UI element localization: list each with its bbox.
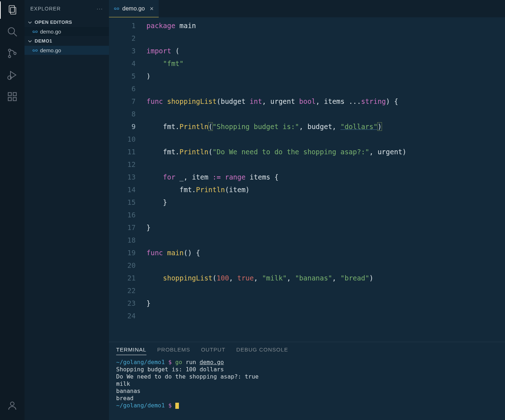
svg-rect-12 [13, 93, 17, 96]
svg-rect-11 [13, 98, 17, 101]
open-editor-item[interactable]: GO demo.go [25, 27, 109, 36]
search-icon[interactable] [6, 26, 18, 37]
tab-demo-go[interactable]: GO demo.go × [109, 0, 159, 17]
svg-line-3 [14, 33, 17, 36]
run-debug-icon[interactable] [6, 69, 18, 81]
tab-label: demo.go [122, 5, 145, 12]
sidebar-title-row: EXPLORER ··· [25, 0, 109, 17]
sidebar-explorer: EXPLORER ··· OPEN EDITORS GO demo.go DEM… [25, 0, 109, 420]
explorer-icon[interactable] [6, 4, 18, 16]
panel-tabs: TERMINAL PROBLEMS OUTPUT DEBUG CONSOLE [109, 342, 505, 357]
main-area: GO demo.go × 123456789101112131415161718… [109, 0, 505, 420]
open-editors-label: OPEN EDITORS [35, 19, 72, 25]
svg-point-4 [8, 49, 10, 51]
svg-rect-10 [8, 98, 12, 101]
svg-point-13 [10, 402, 14, 406]
tab-problems[interactable]: PROBLEMS [157, 346, 190, 355]
file-tree-item[interactable]: GO demo.go [25, 46, 109, 55]
go-file-icon: GO [114, 7, 119, 10]
bottom-panel: TERMINAL PROBLEMS OUTPUT DEBUG CONSOLE ~… [109, 342, 505, 420]
tab-terminal[interactable]: TERMINAL [116, 346, 146, 355]
tab-output[interactable]: OUTPUT [201, 346, 225, 355]
close-icon[interactable]: × [150, 5, 154, 13]
terminal-cursor [175, 403, 179, 409]
code-editor[interactable]: 123456789101112131415161718192021222324 … [109, 17, 505, 342]
svg-rect-0 [9, 6, 14, 13]
extensions-icon[interactable] [6, 91, 18, 102]
sidebar-more-icon[interactable]: ··· [97, 6, 103, 12]
account-icon[interactable] [6, 400, 18, 411]
terminal-output[interactable]: ~/golang/demo1 $ go run demo.go Shopping… [109, 357, 505, 420]
svg-point-2 [8, 28, 15, 34]
tab-debug-console[interactable]: DEBUG CONSOLE [236, 346, 288, 355]
line-number-gutter: 123456789101112131415161718192021222324 [109, 17, 146, 342]
folder-header[interactable]: DEMO1 [25, 36, 109, 46]
sidebar-title: EXPLORER [30, 6, 61, 12]
go-file-icon: GO [32, 30, 38, 34]
activity-bar [0, 0, 25, 420]
file-tree-filename: demo.go [40, 47, 61, 53]
go-file-icon: GO [32, 49, 38, 52]
source-control-icon[interactable] [6, 48, 18, 59]
code-content[interactable]: package mainimport ( "fmt")func shopping… [146, 17, 505, 342]
svg-rect-1 [10, 8, 16, 14]
svg-point-6 [14, 52, 16, 54]
tab-bar: GO demo.go × [109, 0, 505, 17]
chevron-down-icon [27, 39, 32, 44]
folder-label: DEMO1 [35, 38, 52, 44]
chevron-down-icon [27, 20, 32, 25]
svg-rect-9 [8, 93, 12, 96]
open-editor-filename: demo.go [40, 28, 61, 35]
svg-point-5 [8, 56, 10, 58]
open-editors-header[interactable]: OPEN EDITORS [25, 17, 109, 27]
